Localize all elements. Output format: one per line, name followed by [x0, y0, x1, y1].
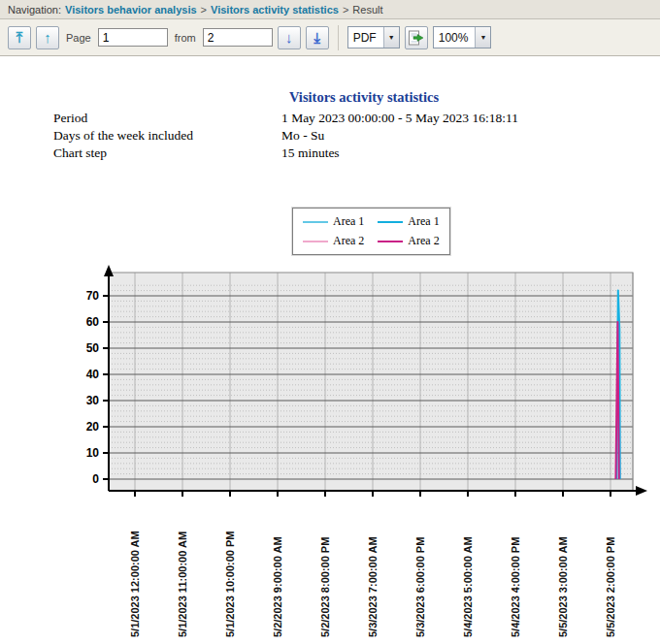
report-field-values: 1 May 2023 00:00:00 - 5 May 2023 16:18:1… — [281, 110, 518, 162]
x-tick-label: 5/1/2023 12:00:00 AM — [129, 531, 141, 637]
x-tick-label: 5/1/2023 10:00:00 PM — [224, 531, 236, 637]
first-page-button[interactable]: ⤒ — [8, 26, 31, 49]
x-tick-label: 5/3/2023 7:00:00 AM — [367, 536, 379, 637]
legend-item-label: Area 1 — [333, 214, 364, 229]
activity-chart: 0102030405060705/1/2023 12:00:00 AM5/1/2… — [82, 265, 660, 644]
zoom-select[interactable]: 100% ▼ — [433, 26, 492, 48]
x-tick-label: 5/3/2023 6:00:00 PM — [414, 537, 426, 637]
toolbar: ⤒ ↑ Page from ↓ ⤓ PDF ▼ 100% ▼ — [0, 19, 660, 56]
field-value-chart-step: 15 minutes — [281, 145, 518, 162]
legend-item: Area 1 — [303, 214, 364, 229]
next-page-button[interactable]: ↓ — [278, 26, 301, 49]
report-page: Visitors activity statistics Period Days… — [0, 56, 660, 644]
dropdown-caret-icon: ▼ — [475, 27, 490, 48]
y-tick-label: 60 — [86, 315, 100, 329]
page-up-icon: ↑ — [44, 30, 51, 45]
page-down-icon: ↓ — [285, 30, 293, 45]
report-title: Visitors activity statistics — [68, 89, 660, 106]
breadcrumb-separator: > — [201, 4, 207, 16]
breadcrumb-prefix: Navigation: — [8, 4, 61, 16]
export-button[interactable] — [405, 26, 428, 49]
toolbar-separator — [338, 25, 339, 50]
legend-item-label: Area 1 — [408, 214, 439, 229]
report-field-labels: Period Days of the week included Chart s… — [53, 110, 193, 162]
breadcrumb-link-activity-statistics[interactable]: Visitors activity statistics — [211, 4, 339, 16]
field-value-days: Mo - Su — [281, 127, 518, 145]
dropdown-caret-icon: ▼ — [383, 27, 399, 48]
legend-item: Area 2 — [303, 234, 364, 248]
from-label: from — [175, 32, 196, 44]
breadcrumb-link-behavior-analysis[interactable]: Visitors behavior analysis — [65, 4, 197, 16]
breadcrumb-separator: > — [343, 4, 348, 16]
x-tick-label: 5/4/2023 5:00:00 AM — [462, 536, 474, 637]
y-tick-label: 20 — [86, 420, 100, 434]
x-tick-label: 5/5/2023 3:00:00 AM — [557, 536, 569, 637]
y-tick-label: 40 — [86, 368, 100, 381]
first-page-icon: ⤒ — [16, 30, 23, 45]
breadcrumb-current-result: Result — [352, 4, 382, 16]
field-label-period: Period — [53, 110, 193, 127]
export-format-value: PDF — [353, 31, 377, 45]
legend-line-sample — [303, 241, 328, 242]
export-icon — [408, 30, 425, 46]
y-tick-label: 10 — [86, 446, 100, 460]
x-tick-label: 5/5/2023 2:00:00 PM — [605, 537, 616, 637]
legend-item: Area 1 — [378, 214, 439, 229]
previous-page-button[interactable]: ↑ — [36, 26, 59, 49]
total-pages-input[interactable] — [203, 28, 273, 47]
last-page-button[interactable]: ⤓ — [306, 26, 329, 49]
legend-item-label: Area 2 — [408, 234, 439, 248]
page-number-input[interactable] — [98, 28, 168, 47]
x-tick-label: 5/2/2023 9:00:00 AM — [272, 536, 283, 637]
field-value-period: 1 May 2023 00:00:00 - 5 May 2023 16:18:1… — [281, 110, 518, 127]
legend-line-sample — [303, 221, 328, 223]
zoom-value: 100% — [439, 31, 469, 45]
x-tick-label: 5/1/2023 11:00:00 AM — [177, 531, 188, 637]
y-tick-label: 50 — [86, 341, 100, 355]
page-label: Page — [66, 32, 91, 44]
legend-line-sample — [378, 241, 403, 242]
field-label-chart-step: Chart step — [53, 145, 193, 162]
last-page-icon: ⤓ — [314, 30, 320, 45]
x-tick-label: 5/2/2023 8:00:00 PM — [319, 537, 331, 637]
x-tick-label: 5/4/2023 4:00:00 PM — [510, 537, 521, 637]
chart-legend: Area 1Area 1Area 2Area 2 — [292, 208, 450, 255]
legend-item-label: Area 2 — [333, 234, 364, 248]
y-tick-label: 70 — [86, 289, 100, 303]
legend-item: Area 2 — [378, 234, 439, 248]
export-format-select[interactable]: PDF ▼ — [347, 26, 400, 48]
field-label-days: Days of the week included — [53, 127, 193, 145]
legend-line-sample — [378, 221, 403, 223]
y-tick-label: 0 — [92, 472, 99, 486]
y-tick-label: 30 — [86, 394, 100, 407]
breadcrumb: Navigation: Visitors behavior analysis >… — [0, 0, 660, 19]
